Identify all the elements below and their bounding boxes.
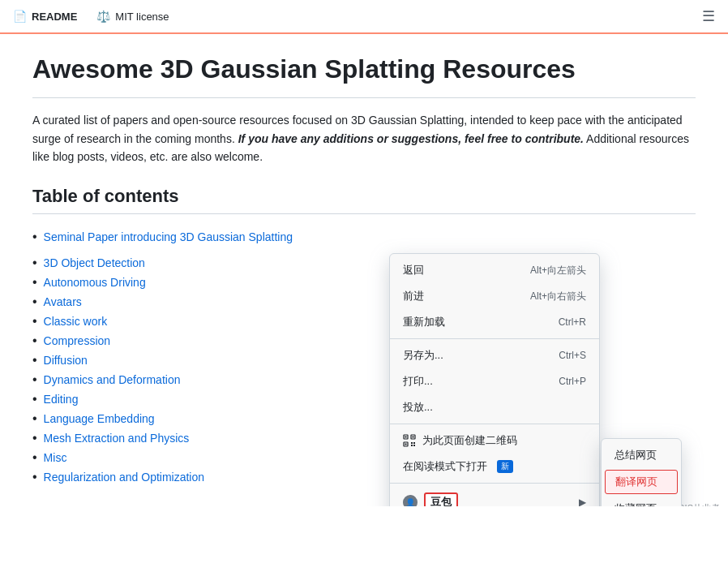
license-icon: ⚖️ xyxy=(96,10,110,23)
list-item: Seminal Paper introducing 3D Gaussian Sp… xyxy=(32,227,696,247)
page-title: Awesome 3D Gaussian Splatting Resources xyxy=(32,54,696,84)
doupao-avatar-icon: 👤 xyxy=(403,495,418,506)
ctx-print-shortcut: Ctrl+P xyxy=(559,376,586,387)
ctx-reader-badge: 新 xyxy=(497,460,513,473)
toc-link-autonomous[interactable]: Autonomous Driving xyxy=(44,276,146,289)
toc-link-compression[interactable]: Compression xyxy=(44,334,110,347)
sub-menu: 总结网页 翻译网页 收藏网页 xyxy=(601,438,682,506)
options-menu-icon[interactable]: ☰ xyxy=(702,7,715,25)
top-bar: 📄 README ⚖️ MIT license ☰ xyxy=(0,0,728,34)
ctx-reader[interactable]: 在阅读模式下打开 新 xyxy=(390,454,599,480)
sub-item-total-label: 总结网页 xyxy=(615,449,657,461)
toc-link-3d-object[interactable]: 3D Object Detection xyxy=(44,256,145,269)
toc-link-dynamics[interactable]: Dynamics and Deformation xyxy=(44,373,181,386)
toc-link-seminal[interactable]: Seminal Paper introducing 3D Gaussian Sp… xyxy=(44,230,293,243)
ctx-forward[interactable]: 前进 Alt+向右箭头 xyxy=(390,283,599,309)
ctx-save[interactable]: 另存为... Ctrl+S xyxy=(390,342,599,368)
title-divider xyxy=(32,97,696,98)
toc-link-regularization[interactable]: Regularization and Optimization xyxy=(44,471,204,484)
toc-link-avatars[interactable]: Avatars xyxy=(44,295,82,308)
ctx-print-label: 打印... xyxy=(403,374,433,389)
context-menu: 返回 Alt+向左箭头 前进 Alt+向右箭头 重新加载 Ctrl+R 另存为.… xyxy=(389,253,600,506)
context-menu-overlay: 返回 Alt+向左箭头 前进 Alt+向右箭头 重新加载 Ctrl+R 另存为.… xyxy=(389,253,600,506)
sub-item-translate-label: 翻译网页 xyxy=(615,475,657,488)
ctx-reader-label: 在阅读模式下打开 xyxy=(403,459,487,474)
ctx-forward-shortcut: Alt+向右箭头 xyxy=(530,290,586,303)
svg-rect-7 xyxy=(413,442,415,444)
ctx-reload-shortcut: Ctrl+R xyxy=(559,316,586,328)
ctx-qrcode-label: 为此页面创建二维码 xyxy=(422,433,517,448)
toc-link-classic[interactable]: Classic work xyxy=(44,315,108,328)
toc-link-mesh[interactable]: Mesh Extraction and Physics xyxy=(44,432,190,445)
ctx-print[interactable]: 打印... Ctrl+P xyxy=(390,368,599,394)
toc-link-language[interactable]: Language Embedding xyxy=(44,412,155,425)
readme-icon: 📄 xyxy=(13,10,27,23)
ctx-doupao-arrow-icon: ▶ xyxy=(579,497,586,506)
svg-rect-9 xyxy=(413,445,415,446)
sub-item-total[interactable]: 总结网页 xyxy=(602,442,681,468)
sub-item-translate[interactable]: 翻译网页 xyxy=(605,470,678,494)
sub-item-collect[interactable]: 收藏网页 xyxy=(602,496,681,506)
toc-heading: Table of contents xyxy=(32,186,696,214)
svg-rect-3 xyxy=(413,437,414,438)
ctx-sep-2 xyxy=(390,424,599,424)
description: A curated list of papers and open-source… xyxy=(32,111,696,166)
svg-rect-5 xyxy=(405,444,407,445)
ctx-reload-label: 重新加载 xyxy=(403,315,445,329)
ctx-qrcode[interactable]: 为此页面创建二维码 xyxy=(390,428,599,454)
ctx-doupao-left: 👤 豆包 xyxy=(403,492,458,506)
svg-rect-6 xyxy=(411,442,413,444)
toc-link-misc[interactable]: Misc xyxy=(44,451,67,464)
tab-license[interactable]: ⚖️ MIT license xyxy=(96,6,169,26)
ctx-forward-label: 前进 xyxy=(403,289,424,303)
toc-link-diffusion[interactable]: Diffusion xyxy=(44,354,88,367)
svg-rect-8 xyxy=(411,445,413,446)
ctx-reload[interactable]: 重新加载 Ctrl+R xyxy=(390,309,599,335)
tab-readme-label: README xyxy=(32,11,77,23)
ctx-doupao[interactable]: 👤 豆包 ▶ xyxy=(390,487,599,506)
ctx-sep-3 xyxy=(390,483,599,484)
tab-license-label: MIT license xyxy=(115,11,169,23)
main-content: Awesome 3D Gaussian Splatting Resources … xyxy=(0,34,728,506)
sub-item-collect-label: 收藏网页 xyxy=(615,502,657,506)
ctx-back[interactable]: 返回 Alt+向左箭头 xyxy=(390,257,599,283)
description-highlight: If you have any additions or suggestions… xyxy=(238,132,584,145)
ctx-save-label: 另存为... xyxy=(403,348,443,363)
ctx-back-label: 返回 xyxy=(403,263,424,277)
ctx-cast[interactable]: 投放... xyxy=(390,394,599,420)
ctx-cast-label: 投放... xyxy=(403,400,433,415)
ctx-sep-1 xyxy=(390,338,599,339)
ctx-doupao-label: 豆包 xyxy=(424,492,458,506)
qrcode-icon xyxy=(403,434,416,447)
toc-link-editing[interactable]: Editing xyxy=(44,393,79,406)
svg-rect-1 xyxy=(405,437,407,438)
ctx-save-shortcut: Ctrl+S xyxy=(559,350,586,361)
tab-readme[interactable]: 📄 README xyxy=(13,6,77,26)
ctx-back-shortcut: Alt+向左箭头 xyxy=(530,264,586,277)
